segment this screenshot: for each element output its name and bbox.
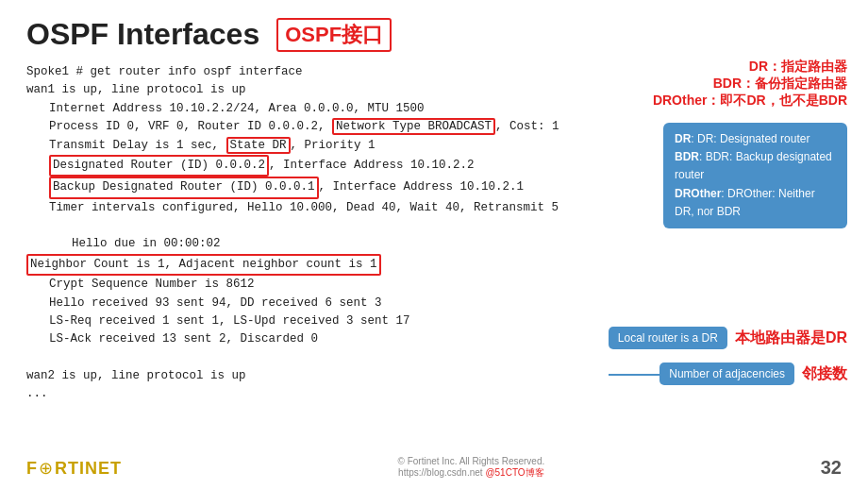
footer-copyright: © Fortinet Inc. All Rights Reserved. htt… <box>397 456 544 480</box>
code-line-5-pre: Transmit Delay is 1 sec, <box>49 139 226 152</box>
slide-title-cn: OSPF接口 <box>276 18 392 52</box>
code-block: Spoke1 # get router info ospf interface … <box>26 63 842 404</box>
ann-tooltip-bdr: BDR: BDR: Backup designated router <box>675 148 836 184</box>
code-line-18: ... <box>26 385 842 403</box>
slide-title: OSPF Interfaces <box>26 17 259 52</box>
ann-tooltip-drother: DROther: DROther: Neither DR, nor BDR <box>675 185 836 221</box>
state-dr-highlight: State DR <box>226 137 291 154</box>
code-line-10: Hello due in 00:00:02 <box>26 235 842 253</box>
slide: OSPF Interfaces OSPF接口 Spoke1 # get rout… <box>0 0 868 489</box>
ann-tooltip-dr: DR: DR: Designated router <box>675 130 836 148</box>
neighbor-count-highlight: Neighbor Count is 1, Adjacent neighbor c… <box>26 254 381 276</box>
ann-drother-cn: DROther：即不DR，也不是BDR <box>653 93 847 110</box>
footer: F⊕RTINET © Fortinet Inc. All Rights Rese… <box>0 456 868 480</box>
footer-logo: F⊕RTINET <box>26 458 122 479</box>
ann-local-dr-cn: 本地路由器是DR <box>735 329 847 348</box>
ann-local-dr-en: Local router is a DR <box>609 327 727 349</box>
code-line-13: Hello received 93 sent 94, DD received 6… <box>26 295 842 312</box>
designated-router-highlight: Designated Router (ID) 0.0.0.2 <box>49 155 269 177</box>
ann-adjacencies-cn: 邻接数 <box>802 364 847 384</box>
title-row: OSPF Interfaces OSPF接口 <box>26 17 842 52</box>
backup-dr-highlight: Backup Designated Router (ID) 0.0.0.1 <box>49 177 319 198</box>
annotation-top-right-cn: DR：指定路由器 BDR：备份指定路由器 DROther：即不DR，也不是BDR <box>653 59 847 110</box>
network-type-highlight: Network Type BROADCAST <box>332 118 495 135</box>
arrow-adj <box>609 374 660 376</box>
ann-adjacencies-row: Number of adjacencies 邻接数 <box>659 363 847 385</box>
ann-tooltip-box: DR: DR: Designated router BDR: BDR: Back… <box>663 123 847 228</box>
code-line-4-post: , Cost: 1 <box>495 120 559 133</box>
code-line-5-post: , Priority 1 <box>291 139 376 152</box>
footer-page-number: 32 <box>821 457 842 479</box>
ann-adjacencies-en: Number of adjacencies <box>659 363 794 385</box>
code-line-11: Neighbor Count is 1, Adjacent neighbor c… <box>26 254 842 276</box>
code-line-6-post: , Interface Address 10.10.2.2 <box>269 159 475 172</box>
code-line-12: Crypt Sequence Number is 8612 <box>26 276 842 294</box>
ann-bdr-cn: BDR：备份指定路由器 <box>653 76 847 93</box>
code-line-7-post: , Interface Address 10.10.2.1 <box>319 180 525 194</box>
code-line-4-pre: Process ID 0, VRF 0, Router ID 0.0.0.2, <box>49 120 332 133</box>
ann-dr-cn: DR：指定路由器 <box>653 59 847 76</box>
ann-local-dr-row: Local router is a DR 本地路由器是DR <box>609 327 847 349</box>
